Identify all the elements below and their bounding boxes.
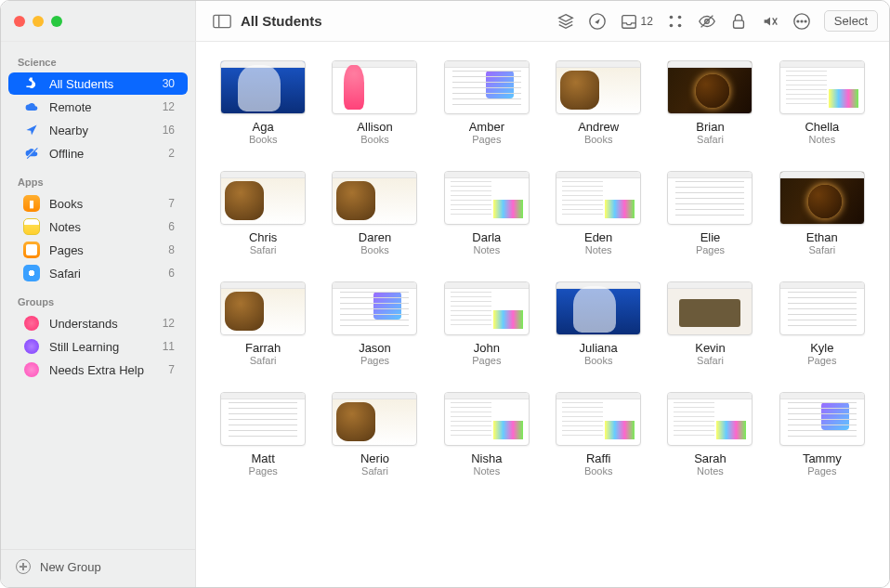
student-tile[interactable]: AllisonBooks: [332, 60, 417, 145]
student-app: Notes: [697, 465, 724, 477]
sidebar-item-count: 12: [163, 100, 175, 113]
student-tile[interactable]: NishaNotes: [444, 392, 530, 477]
student-grid-area: AgaBooksAllisonBooksAmberPagesAndrewBook…: [196, 42, 889, 587]
screen-thumbnail: [667, 392, 753, 446]
sidebar-item-all-students[interactable]: All Students30: [8, 72, 188, 95]
student-name: Eden: [584, 230, 612, 244]
student-app: Safari: [697, 355, 724, 366]
lock-icon[interactable]: [729, 12, 748, 31]
sidebar-item-nearby[interactable]: Nearby16: [8, 119, 188, 141]
student-tile[interactable]: JohnPages: [444, 281, 530, 366]
books-app-icon: ▮: [23, 195, 40, 212]
grid-view-icon[interactable]: [666, 12, 685, 31]
student-app: Pages: [249, 465, 278, 477]
sidebar-item-count: 11: [163, 340, 175, 353]
sidebar-item-safari[interactable]: Safari6: [8, 262, 188, 284]
student-tile[interactable]: KylePages: [779, 281, 865, 366]
screen-thumbnail: [332, 60, 417, 114]
svg-rect-9: [733, 20, 743, 28]
student-app: Pages: [360, 355, 389, 366]
screen-thumbnail: [220, 392, 306, 446]
student-tile[interactable]: NerioSafari: [332, 392, 417, 477]
student-grid: AgaBooksAllisonBooksAmberPagesAndrewBook…: [220, 60, 865, 477]
body: ScienceAll Students30Remote12Nearby16Off…: [1, 42, 889, 587]
sidebar-item-notes[interactable]: Notes6: [8, 216, 188, 238]
screen-thumbnail: [556, 281, 641, 335]
sidebar-item-count: 16: [163, 124, 175, 137]
screen-thumbnail: [444, 171, 530, 225]
student-tile[interactable]: MattPages: [220, 392, 306, 477]
actions-stack-icon[interactable]: [556, 12, 575, 31]
screen-thumbnail: [779, 171, 865, 225]
minimize-button[interactable]: [33, 16, 44, 27]
student-tile[interactable]: SarahNotes: [667, 392, 753, 477]
close-button[interactable]: [14, 16, 25, 27]
student-tile[interactable]: KevinSafari: [667, 281, 753, 366]
sidebar-item-needs-extra-help[interactable]: Needs Extra Help7: [8, 359, 188, 381]
student-app: Pages: [696, 244, 725, 255]
toolbar: All Students 12: [196, 10, 889, 32]
sidebar: ScienceAll Students30Remote12Nearby16Off…: [1, 42, 196, 587]
sidebar-section-header: Apps: [1, 171, 195, 191]
student-name: Ethan: [806, 230, 838, 244]
screen-thumbnail: [444, 281, 530, 335]
student-app: Books: [360, 244, 389, 255]
sidebar-item-books[interactable]: ▮Books7: [8, 192, 188, 215]
student-tile[interactable]: DarlaNotes: [444, 171, 530, 255]
student-tile[interactable]: ChrisSafari: [220, 171, 306, 255]
sidebar-item-understands[interactable]: Understands12: [8, 312, 188, 334]
more-icon[interactable]: [792, 12, 811, 31]
safari-app-icon: [23, 265, 40, 281]
student-tile[interactable]: EliePages: [667, 171, 753, 255]
student-tile[interactable]: AndrewBooks: [556, 60, 641, 145]
student-tile[interactable]: RaffiBooks: [556, 392, 641, 477]
navigate-icon[interactable]: [588, 12, 607, 31]
sidebar-toggle-icon[interactable]: [213, 14, 231, 29]
student-tile[interactable]: EthanSafari: [779, 171, 865, 255]
student-app: Safari: [250, 355, 277, 366]
student-tile[interactable]: AgaBooks: [220, 60, 306, 145]
student-app: Books: [584, 134, 613, 145]
screen-thumbnail: [444, 392, 530, 446]
student-app: Pages: [807, 465, 836, 477]
student-tile[interactable]: JulianaBooks: [556, 281, 641, 366]
student-tile[interactable]: JasonPages: [332, 281, 417, 366]
sidebar-item-count: 30: [163, 77, 175, 90]
mute-icon[interactable]: [761, 12, 779, 31]
student-app: Notes: [473, 244, 500, 255]
screen-thumbnail: [667, 281, 753, 335]
student-name: Nerio: [360, 451, 389, 465]
sidebar-item-count: 8: [168, 243, 175, 256]
student-tile[interactable]: TammyPages: [779, 392, 865, 477]
sidebar-item-offline[interactable]: Offline2: [8, 142, 188, 164]
student-tile[interactable]: FarrahSafari: [220, 281, 306, 366]
select-button[interactable]: Select: [824, 10, 878, 32]
student-app: Notes: [585, 244, 612, 255]
microscope-icon: [23, 75, 40, 92]
screen-thumbnail: [667, 60, 753, 114]
new-group-button[interactable]: New Group: [1, 549, 195, 587]
student-app: Books: [249, 134, 278, 145]
titlebar: All Students 12: [1, 1, 889, 42]
student-name: Kyle: [810, 341, 833, 355]
sidebar-item-still-learning[interactable]: Still Learning11: [8, 335, 188, 358]
student-tile[interactable]: DarenBooks: [332, 171, 417, 255]
student-name: Daren: [359, 230, 391, 244]
maximize-button[interactable]: [51, 16, 62, 27]
inbox-icon[interactable]: 12: [620, 12, 653, 31]
student-tile[interactable]: AmberPages: [444, 60, 530, 145]
svg-point-3: [669, 15, 673, 19]
student-tile[interactable]: ChellaNotes: [779, 60, 865, 145]
student-app: Books: [360, 134, 389, 145]
hide-screens-icon[interactable]: [698, 12, 716, 31]
sidebar-item-count: 7: [168, 197, 175, 210]
sidebar-item-remote[interactable]: Remote12: [8, 96, 188, 118]
app-window: All Students 12: [0, 0, 890, 588]
student-tile[interactable]: EdenNotes: [556, 171, 641, 255]
student-tile[interactable]: BrianSafari: [667, 60, 753, 145]
student-app: Pages: [807, 355, 836, 366]
screen-thumbnail: [779, 281, 865, 335]
new-group-label: New Group: [40, 560, 101, 574]
sidebar-item-pages[interactable]: Pages8: [8, 239, 188, 261]
screen-thumbnail: [779, 60, 865, 114]
